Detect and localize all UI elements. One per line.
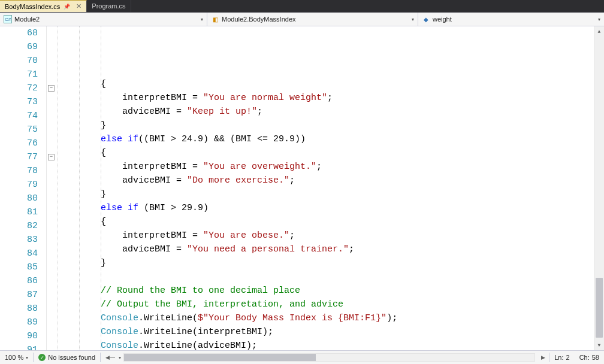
nav-project-label: Module2 (14, 16, 40, 23)
line-number: 70 (0, 54, 38, 68)
code-line[interactable]: adviceBMI = "You need a personal trainer… (58, 242, 594, 256)
zoom-value: 100 % (5, 354, 23, 361)
code-line[interactable]: } (58, 187, 594, 201)
code-line[interactable]: interpretBMI = "You are normal weight"; (58, 91, 594, 105)
tab-bar: BodyMassIndex.cs 📌 ✕ Program.cs (0, 0, 604, 13)
code-line[interactable]: Console.WriteLine(interpretBMI); (58, 325, 594, 339)
line-number: 84 (0, 247, 38, 260)
code-line[interactable]: { (58, 215, 594, 229)
tab-label: BodyMassIndex.cs (5, 3, 60, 10)
code-line[interactable]: { (58, 146, 594, 160)
line-number: 85 (0, 260, 38, 274)
line-number: 72 (0, 81, 38, 95)
scroll-controls: ◀— ▾ (101, 351, 121, 364)
line-number: 68 (0, 26, 38, 40)
caret-line[interactable]: Ln: 2 (549, 351, 574, 364)
field-icon: ◆ (422, 15, 430, 23)
scroll-down-icon[interactable]: ▼ (594, 340, 604, 350)
line-number: 88 (0, 302, 38, 316)
nav-member-dropdown[interactable]: ◆ weight ▾ (418, 13, 604, 26)
pin-icon[interactable]: 📌 (64, 4, 70, 10)
line-number: 74 (0, 109, 38, 123)
code-line[interactable]: // Round the BMI to one decimal place (58, 284, 594, 298)
line-number: 73 (0, 95, 38, 109)
code-line[interactable]: interpretBMI = "You are obese."; (58, 229, 594, 242)
line-number: 76 (0, 136, 38, 150)
scroll-up-icon[interactable]: ▲ (594, 26, 604, 37)
scrollbar-thumb[interactable] (596, 278, 603, 338)
csharp-icon: C# (4, 15, 12, 23)
issues-label: No issues found (48, 354, 95, 361)
line-number: 78 (0, 164, 38, 178)
chevron-down-icon[interactable]: ▾ (119, 355, 121, 360)
code-line[interactable]: } (58, 119, 594, 132)
tab-program[interactable]: Program.cs (87, 0, 131, 12)
line-number: 80 (0, 192, 38, 205)
code-line[interactable]: adviceBMI = "Do more exercise."; (58, 174, 594, 187)
code-line[interactable]: { (58, 77, 594, 91)
line-number: 87 (0, 288, 38, 302)
code-line[interactable]: // Output the BMI, interpretation, and a… (58, 298, 594, 311)
code-line[interactable] (58, 270, 594, 284)
line-number: 75 (0, 123, 38, 136)
line-value: 2 (566, 354, 570, 361)
line-number-gutter: 6869707172737475767778798081828384858687… (0, 26, 47, 350)
code-line[interactable]: Console.WriteLine(adviceBMI); (58, 339, 594, 350)
status-bar: 100 % ▾ ✓ No issues found ◀— ▾ ▶ Ln: 2 C… (0, 350, 604, 364)
fold-column: − − (47, 26, 58, 350)
code-line[interactable]: else if((BMI > 24.9) && (BMI <= 29.9)) (58, 132, 594, 146)
code-area[interactable]: { interpretBMI = "You are normal weight"… (58, 26, 594, 350)
chevron-down-icon: ▾ (26, 355, 28, 360)
line-number: 89 (0, 316, 38, 329)
nav-class-label: Module2.BodyMassIndex (222, 16, 296, 23)
horizontal-scrollbar[interactable] (123, 353, 535, 362)
col-label: Ch: (579, 354, 590, 361)
code-line[interactable]: else if (BMI > 29.9) (58, 201, 594, 215)
line-number: 81 (0, 205, 38, 219)
scrollbar-thumb[interactable] (124, 354, 316, 361)
line-label: Ln: (554, 354, 563, 361)
vertical-scrollbar[interactable]: ▲ ▼ (594, 26, 604, 350)
caret-col[interactable]: Ch: 58 (575, 351, 604, 364)
chevron-down-icon: ▾ (598, 17, 600, 22)
nav-class-dropdown[interactable]: ◧ Module2.BodyMassIndex ▾ (207, 13, 418, 26)
chevron-down-icon: ▾ (412, 17, 414, 22)
nav-back-icon[interactable]: ◀— (105, 354, 115, 360)
fold-toggle-icon[interactable]: − (48, 154, 55, 160)
tab-bodymassindex[interactable]: BodyMassIndex.cs 📌 ✕ (0, 0, 87, 12)
line-number: 90 (0, 329, 38, 343)
zoom-level[interactable]: 100 % ▾ (0, 351, 33, 364)
line-number: 71 (0, 68, 38, 81)
fold-toggle-icon[interactable]: − (48, 85, 55, 92)
line-number: 91 (0, 343, 38, 350)
check-icon: ✓ (38, 354, 46, 361)
line-number: 83 (0, 233, 38, 247)
code-line[interactable]: adviceBMI = "Keep it up!"; (58, 105, 594, 119)
scroll-right-icon[interactable]: ▶ (537, 354, 549, 360)
nav-bar: C# Module2 ▾ ◧ Module2.BodyMassIndex ▾ ◆… (0, 13, 604, 26)
code-line[interactable]: } (58, 256, 594, 270)
tab-label: Program.cs (92, 2, 125, 10)
line-number: 82 (0, 219, 38, 233)
chevron-down-icon: ▾ (201, 17, 203, 22)
line-number: 69 (0, 40, 38, 54)
line-number: 77 (0, 150, 38, 164)
nav-member-label: weight (433, 16, 452, 23)
col-value: 58 (592, 354, 599, 361)
code-editor[interactable]: 6869707172737475767778798081828384858687… (0, 26, 604, 350)
close-icon[interactable]: ✕ (76, 2, 81, 10)
code-line[interactable]: interpretBMI = "You are overweight."; (58, 160, 594, 174)
line-number: 79 (0, 178, 38, 192)
nav-project-dropdown[interactable]: C# Module2 ▾ (0, 13, 207, 26)
code-line[interactable]: Console.WriteLine($"Your Body Mass Index… (58, 311, 594, 325)
class-icon: ◧ (211, 15, 219, 23)
line-number: 86 (0, 274, 38, 288)
issues-status[interactable]: ✓ No issues found (34, 351, 100, 364)
